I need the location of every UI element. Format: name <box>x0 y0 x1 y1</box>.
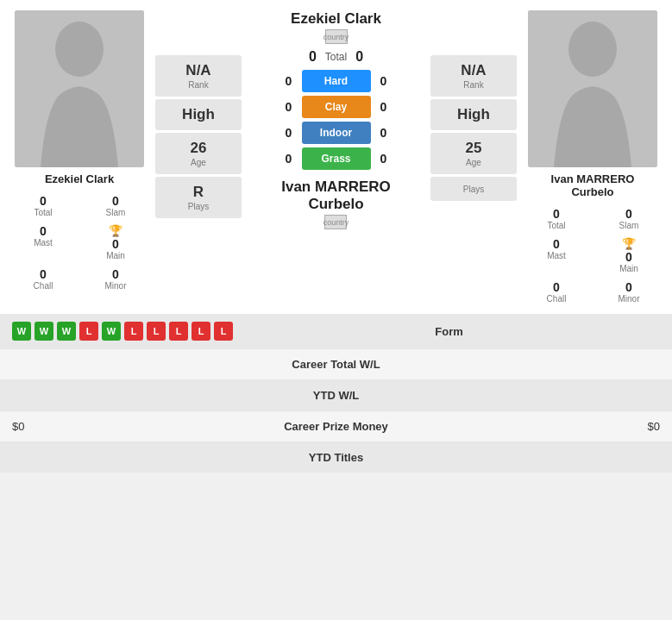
player2-rank-val: N/A <box>436 62 512 79</box>
clay-row: 0 Clay 0 <box>280 96 393 118</box>
player2-slam-cell: 0 Slam <box>593 204 665 234</box>
grass-btn[interactable]: Grass <box>302 147 371 170</box>
grass-score-right: 0 <box>375 152 393 166</box>
player1-slam-lbl: Slam <box>106 208 126 217</box>
player1-title-name: Ezekiel Clark <box>291 10 381 28</box>
player2-high-box: High <box>430 99 517 130</box>
prize-row: $0 Career Prize Money $0 <box>0 410 672 442</box>
player1-main-cell: 🏆 0 Main <box>79 221 152 264</box>
player2-slam-lbl: Slam <box>619 221 639 230</box>
player2-minor-val: 0 <box>625 280 632 294</box>
player1-minor-cell: 0 Minor <box>79 264 152 294</box>
mid-col: Ezekiel Clark country 0 Total 0 0 Hard 0 <box>245 10 427 307</box>
form-badge-l: L <box>79 322 98 341</box>
indoor-score-left: 0 <box>280 126 298 140</box>
form-badges: WWWLWLLLLL <box>12 322 233 341</box>
clay-score-left: 0 <box>280 100 298 114</box>
player2-plays-box: Plays <box>430 177 517 201</box>
form-badge-l: L <box>147 322 166 341</box>
form-bar: WWWLWLLLLL Form <box>0 314 672 348</box>
player2-country-text: country <box>323 218 349 227</box>
clay-btn[interactable]: Clay <box>302 96 371 118</box>
player1-rank-lbl: Rank <box>160 80 236 90</box>
grass-row: 0 Grass 0 <box>280 147 393 170</box>
player1-slam-val: 0 <box>112 194 119 208</box>
player1-main-lbl: Main <box>106 251 125 260</box>
player1-mast-cell: 0 Mast <box>7 221 79 264</box>
player2-main-val: 0 <box>625 250 632 264</box>
prize-label: Career Prize Money <box>90 420 582 433</box>
career-total-row: Career Total W/L <box>0 348 672 379</box>
player2-high-val: High <box>436 106 512 123</box>
player2-total-val: 0 <box>553 207 560 221</box>
player1-rank-box: N/A Rank <box>155 55 242 97</box>
player2-mast-cell: 0 Mast <box>520 234 593 277</box>
player1-high-box: High <box>155 99 242 130</box>
player1-high-val: High <box>160 106 236 123</box>
bottom-sections: WWWLWLLLLL Form Career Total W/L YTD W/L… <box>0 314 672 473</box>
player2-flag: country <box>324 215 347 229</box>
player1-minor-lbl: Minor <box>104 281 126 291</box>
form-badge-l: L <box>169 322 188 341</box>
player2-rank-lbl: Rank <box>436 80 512 90</box>
ytd-titles-row: YTD Titles <box>0 442 672 473</box>
total-score-left: 0 <box>309 49 317 65</box>
player2-country-row: country <box>281 215 391 229</box>
form-label: Form <box>238 325 660 338</box>
player1-chall-val: 0 <box>40 267 47 281</box>
top-section: Ezekiel Clark 0 Total 0 Slam 0 Mast 🏆 0 <box>0 0 672 307</box>
ytd-wl-label: YTD W/L <box>90 389 582 402</box>
player1-main-val: 0 <box>112 237 119 251</box>
player2-minor-lbl: Minor <box>618 294 639 304</box>
indoor-btn[interactable]: Indoor <box>302 122 371 144</box>
grass-label: Grass <box>321 153 350 165</box>
player1-mast-val: 0 <box>40 224 47 238</box>
player1-country-text: country <box>323 33 349 41</box>
indoor-label: Indoor <box>320 127 352 139</box>
player1-country-row: country <box>325 29 348 44</box>
form-badge-l: L <box>124 322 143 341</box>
player1-age-box: 26 Age <box>155 133 242 174</box>
player2-chall-val: 0 <box>553 280 560 294</box>
player2-chall-cell: 0 Chall <box>520 277 593 307</box>
ytd-titles-label: YTD Titles <box>90 451 582 464</box>
player1-plays-lbl: Plays <box>160 202 236 211</box>
player2-name: Ivan MARRERO Curbelo <box>551 172 635 198</box>
player2-plays-lbl: Plays <box>436 185 512 194</box>
indoor-score-right: 0 <box>375 126 393 140</box>
form-badge-l: L <box>192 322 210 341</box>
player2-main-cell: 🏆 0 Main <box>593 234 665 277</box>
player2-photo <box>528 10 657 167</box>
hard-row: 0 Hard 0 <box>280 70 393 92</box>
form-badge-w: W <box>102 322 121 341</box>
player1-age-val: 26 <box>160 140 236 157</box>
player1-minor-val: 0 <box>112 267 119 281</box>
ytd-wl-row: YTD W/L <box>0 379 672 410</box>
player2-mast-val: 0 <box>553 237 560 251</box>
player2-title-name: Ivan MARRERO Curbelo <box>281 178 391 213</box>
player2-total-lbl: Total <box>547 221 565 230</box>
hard-btn[interactable]: Hard <box>302 70 371 92</box>
player1-photo <box>15 10 144 167</box>
hard-score-right: 0 <box>375 74 393 88</box>
player1-mast-lbl: Mast <box>34 238 53 247</box>
player1-info-col: N/A Rank High 26 Age R Plays <box>155 55 242 307</box>
player2-age-lbl: Age <box>436 158 512 167</box>
trophy-icon-1: 🏆 <box>109 224 122 237</box>
trophy-icon-2: 🏆 <box>622 237 636 250</box>
indoor-row: 0 Indoor 0 <box>280 122 393 144</box>
player1-slam-cell: 0 Slam <box>79 191 152 221</box>
total-score-row: 0 Total 0 <box>309 49 363 65</box>
player2-mast-lbl: Mast <box>547 251 566 260</box>
player2-col: Ivan MARRERO Curbelo 0 Total 0 Slam 0 Ma… <box>520 10 665 307</box>
player2-main-lbl: Main <box>619 264 638 273</box>
player1-chall-lbl: Chall <box>34 281 53 291</box>
form-badge-w: W <box>12 322 31 341</box>
player2-age-val: 25 <box>436 140 512 157</box>
player2-chall-lbl: Chall <box>547 294 567 304</box>
career-total-label: Career Total W/L <box>90 358 582 371</box>
total-score-right: 0 <box>355 49 363 65</box>
player1-flag: country <box>325 29 348 44</box>
player2-stats: 0 Total 0 Slam 0 Mast 🏆 0 Main 0 <box>520 204 665 307</box>
grass-score-left: 0 <box>280 152 298 166</box>
